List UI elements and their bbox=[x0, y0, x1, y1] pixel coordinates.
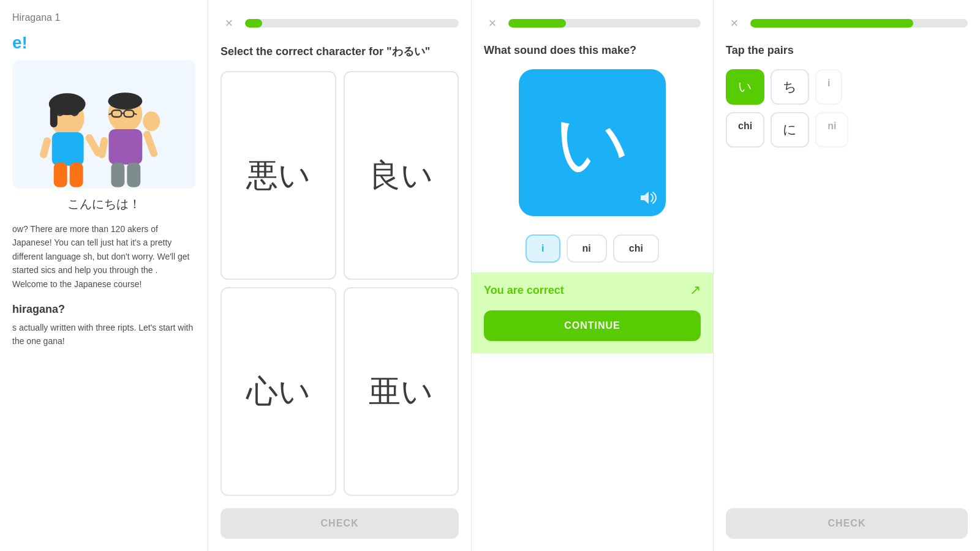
svg-rect-5 bbox=[70, 163, 83, 187]
tap-chip-5[interactable]: ni bbox=[815, 112, 848, 148]
intro-body-text: ow? There are more than 120 akers of Jap… bbox=[12, 222, 195, 291]
tap-chip-2[interactable]: i bbox=[815, 69, 842, 105]
choice-text-1: 良い bbox=[369, 154, 433, 197]
greeting-text: こんにちは！ bbox=[12, 196, 195, 212]
svg-rect-20 bbox=[142, 130, 159, 158]
panel2-progress-fill bbox=[245, 19, 262, 28]
panel3-question: What sound does this make? bbox=[484, 44, 701, 57]
tap-pairs-title: Tap the pairs bbox=[726, 44, 968, 57]
sound-card[interactable]: い bbox=[519, 69, 666, 216]
svg-point-16 bbox=[108, 92, 142, 110]
svg-rect-22 bbox=[97, 137, 108, 159]
choice-card-1[interactable]: 良い bbox=[344, 71, 459, 280]
answer-options: i ni chi bbox=[484, 234, 701, 263]
exclaim-text: e! bbox=[12, 33, 195, 53]
svg-rect-18 bbox=[111, 163, 124, 187]
panel4-progress-fill bbox=[750, 19, 913, 28]
panel4-check-button[interactable]: CHECK bbox=[726, 508, 968, 539]
correct-feedback-area: You are correct ↗ CONTINUE bbox=[472, 272, 713, 353]
choice-text-0: 悪い bbox=[246, 154, 311, 197]
sound-question-panel: × What sound does this make? い i ni chi … bbox=[472, 0, 714, 551]
choice-text-2: 心い bbox=[246, 370, 311, 413]
svg-rect-4 bbox=[54, 163, 67, 187]
correct-icon: ↗ bbox=[690, 282, 701, 298]
svg-rect-3 bbox=[52, 132, 84, 166]
svg-point-21 bbox=[143, 111, 160, 131]
tap-pairs-row-1: い ち i bbox=[726, 69, 968, 105]
lesson-intro-panel: Hiragana 1 e! bbox=[0, 0, 208, 551]
choice-text-3: 亜い bbox=[369, 370, 433, 413]
tap-chip-4[interactable]: に bbox=[771, 112, 809, 148]
lesson-title: Hiragana 1 bbox=[12, 12, 195, 23]
answer-option-2[interactable]: chi bbox=[613, 234, 659, 263]
panel2-question: Select the correct character for "わるい" bbox=[221, 44, 459, 59]
choice-card-3[interactable]: 亜い bbox=[344, 287, 459, 496]
hiragana-section-text: s actually written with three ripts. Let… bbox=[12, 321, 195, 348]
tap-chip-0[interactable]: い bbox=[726, 69, 764, 105]
tap-chip-3[interactable]: chi bbox=[726, 112, 764, 148]
panel3-progress-fill bbox=[508, 19, 566, 28]
continue-button[interactable]: CONTINUE bbox=[484, 310, 701, 341]
hiragana-section-title: hiragana? bbox=[12, 303, 195, 316]
panel2-header: × bbox=[221, 15, 459, 32]
choice-card-0[interactable]: 悪い bbox=[221, 71, 336, 280]
illustration-container bbox=[12, 60, 195, 189]
choice-card-2[interactable]: 心い bbox=[221, 287, 336, 496]
panel4-close-button[interactable]: × bbox=[726, 15, 743, 32]
panel4-header: × bbox=[726, 15, 968, 32]
choice-grid: 悪い 良い 心い 亜い bbox=[221, 71, 459, 496]
svg-rect-9 bbox=[39, 137, 52, 159]
answer-option-0[interactable]: i bbox=[526, 234, 560, 263]
panel2-close-button[interactable]: × bbox=[221, 15, 238, 32]
multiple-choice-panel: × Select the correct character for "わるい"… bbox=[208, 0, 472, 551]
hiragana-character: い bbox=[555, 106, 630, 179]
tap-pairs-panel: × Tap the pairs い ち i chi に ni CHECK bbox=[714, 0, 980, 551]
panel4-progress-bar bbox=[750, 19, 968, 28]
panel2-check-button[interactable]: CHECK bbox=[221, 508, 459, 539]
svg-rect-17 bbox=[108, 129, 142, 165]
tap-pairs-row-2: chi に ni bbox=[726, 112, 968, 148]
answer-option-1[interactable]: ni bbox=[567, 234, 607, 263]
panel3-close-button[interactable]: × bbox=[484, 15, 501, 32]
panel3-header: × bbox=[484, 15, 701, 32]
svg-rect-7 bbox=[50, 106, 58, 127]
panel3-progress-bar bbox=[508, 19, 701, 28]
tap-chip-1[interactable]: ち bbox=[771, 69, 809, 105]
characters-illustration bbox=[12, 60, 195, 189]
panel2-progress-bar bbox=[245, 19, 459, 28]
speaker-icon[interactable] bbox=[638, 188, 657, 208]
correct-message: You are correct bbox=[484, 284, 564, 297]
svg-rect-19 bbox=[127, 163, 140, 187]
